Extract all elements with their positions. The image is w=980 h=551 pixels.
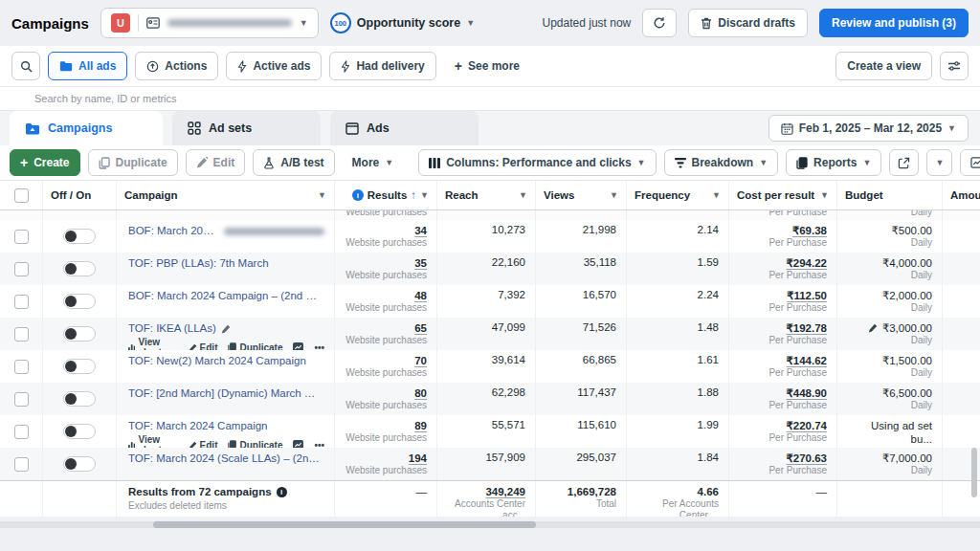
view-settings-button[interactable]	[940, 52, 969, 80]
campaign-name-link[interactable]: TOF: March 2024 (Scale LLAs) – (2nd Marc…	[128, 452, 320, 466]
tab-campaigns[interactable]: Campaigns	[10, 111, 163, 145]
edit-action[interactable]: Edit	[189, 342, 218, 351]
results-value[interactable]: 48	[345, 289, 427, 302]
horizontal-scrollbar-thumb[interactable]	[153, 521, 536, 528]
export-button[interactable]	[889, 149, 919, 176]
review-and-publish-button[interactable]: Review and publish (3)	[819, 9, 969, 37]
view-charts-action[interactable]: View charts	[128, 337, 178, 350]
column-header-results[interactable]: i Results ↑ ▼	[335, 181, 437, 209]
more-actions[interactable]: •••	[314, 440, 324, 449]
column-header-campaign[interactable]: Campaign ▼	[117, 181, 335, 209]
results-value[interactable]: 194	[345, 452, 427, 465]
row-checkbox[interactable]	[14, 262, 29, 276]
row-checkbox[interactable]	[14, 295, 29, 309]
column-header-amount[interactable]: Amount	[943, 181, 980, 209]
footer-reach-value[interactable]: 349,249	[447, 485, 525, 498]
campaign-name-link[interactable]: TOF: New(2) March 2024 Campaign	[128, 354, 306, 368]
column-header-frequency[interactable]: Frequency ▼	[627, 181, 729, 209]
discard-drafts-button[interactable]: Discard drafts	[688, 9, 808, 37]
campaign-name-link[interactable]: TOF: March 2024 Campaign	[128, 419, 268, 433]
edit-button[interactable]: Edit	[186, 149, 246, 176]
more-button[interactable]: More ▼	[343, 149, 404, 176]
filter-active-ads[interactable]: Active ads	[226, 52, 322, 80]
results-value[interactable]: 34	[345, 224, 427, 237]
cost-value[interactable]: ₹270.63	[739, 452, 827, 465]
edit-name-pencil-icon[interactable]	[221, 324, 231, 334]
chevron-down-icon[interactable]: ▼	[420, 190, 429, 200]
column-header-views[interactable]: Views ▼	[536, 181, 627, 209]
results-value[interactable]: 70	[345, 354, 427, 367]
chart-badge-icon[interactable]	[293, 342, 303, 350]
column-header-cost-per-result[interactable]: Cost per result ▼	[729, 181, 837, 209]
cost-value[interactable]: ₹220.74	[739, 419, 827, 432]
campaign-name-link[interactable]: BOF: March 2024 Campaign	[128, 224, 219, 238]
campaign-name-link[interactable]: TOF: IKEA (LLAs)	[128, 321, 216, 336]
campaign-name-link[interactable]: BOF: March 2024 Campaign – (2nd March)	[128, 289, 320, 303]
off-on-toggle[interactable]	[63, 456, 96, 472]
cost-value[interactable]: ₹448.90	[739, 386, 827, 400]
chevron-down-icon[interactable]: ▼	[610, 190, 618, 200]
more-actions[interactable]: •••	[314, 342, 324, 351]
off-on-toggle[interactable]	[63, 359, 96, 374]
filter-actions[interactable]: Actions	[135, 52, 218, 80]
ad-account-selector[interactable]: U ▼	[100, 8, 319, 38]
duplicate-action[interactable]: Duplicate	[228, 342, 282, 351]
search-input[interactable]	[0, 87, 980, 110]
breakdown-button[interactable]: Breakdown ▼	[664, 149, 779, 176]
tab-ads[interactable]: Ads	[330, 111, 479, 145]
ab-test-button[interactable]: A/B test	[253, 149, 334, 176]
cost-value[interactable]: ₹192.78	[739, 321, 827, 335]
results-value[interactable]: 80	[345, 386, 427, 400]
charts-button[interactable]: Charts	[960, 149, 980, 176]
row-checkbox[interactable]	[14, 327, 29, 342]
off-on-toggle[interactable]	[63, 294, 96, 309]
column-header-budget[interactable]: Budget	[837, 181, 943, 209]
edit-action[interactable]: Edit	[189, 440, 218, 449]
duplicate-action[interactable]: Duplicate	[228, 440, 282, 449]
chevron-down-icon[interactable]: ▼	[712, 190, 721, 200]
export-options-button[interactable]: ▼	[926, 149, 952, 176]
row-checkbox[interactable]	[14, 425, 29, 439]
reports-button[interactable]: Reports ▼	[786, 149, 881, 176]
off-on-toggle[interactable]	[63, 229, 96, 244]
info-icon[interactable]: i	[277, 487, 287, 497]
create-button[interactable]: + Create	[10, 149, 80, 176]
column-header-reach[interactable]: Reach ▼	[437, 181, 536, 209]
row-checkbox[interactable]	[14, 457, 29, 472]
select-all-checkbox[interactable]	[14, 188, 29, 203]
off-on-toggle[interactable]	[63, 261, 96, 276]
row-checkbox[interactable]	[14, 230, 29, 244]
select-all-checkbox-cell[interactable]	[0, 181, 43, 209]
cost-value[interactable]: ₹144.62	[739, 354, 827, 367]
results-value[interactable]: 89	[345, 419, 427, 432]
off-on-toggle[interactable]	[63, 391, 96, 407]
chart-badge-icon[interactable]	[293, 440, 303, 448]
row-checkbox[interactable]	[14, 392, 29, 407]
results-value[interactable]: 35	[345, 256, 427, 270]
cost-value[interactable]: ₹112.50	[739, 289, 827, 302]
duplicate-button[interactable]: Duplicate	[88, 149, 178, 176]
filter-had-delivery[interactable]: Had delivery	[329, 52, 435, 80]
vertical-scrollbar-thumb[interactable]	[971, 448, 977, 497]
see-more-filters[interactable]: + See more	[444, 52, 530, 80]
cost-value[interactable]: ₹294.22	[739, 256, 827, 270]
search-button[interactable]	[11, 52, 40, 80]
off-on-toggle[interactable]	[63, 326, 96, 342]
campaign-name-link[interactable]: TOF: [2nd March] (Dynamic) March 2024 Ca…	[128, 386, 320, 401]
results-value[interactable]: 65	[345, 321, 427, 335]
cost-value[interactable]: ₹69.38	[739, 224, 827, 237]
columns-button[interactable]: Columns: Performance and clicks ▼	[418, 149, 656, 176]
create-a-view-button[interactable]: Create a view	[835, 52, 932, 80]
filter-all-ads[interactable]: All ads	[48, 52, 127, 80]
refresh-button[interactable]	[642, 9, 677, 37]
row-checkbox[interactable]	[14, 360, 29, 374]
chevron-down-icon[interactable]: ▼	[519, 190, 527, 200]
off-on-toggle[interactable]	[63, 424, 96, 439]
view-charts-action[interactable]: View charts	[128, 434, 178, 448]
tab-ad-sets[interactable]: Ad sets	[172, 111, 321, 145]
chevron-down-icon[interactable]: ▼	[318, 190, 326, 200]
campaign-name-link[interactable]: TOF: PBP (LLAs): 7th March	[128, 256, 269, 271]
edit-budget-pencil-icon[interactable]	[868, 323, 878, 333]
date-range-picker[interactable]: Feb 1, 2025 – Mar 12, 2025 ▼	[768, 115, 969, 142]
opportunity-score[interactable]: 100 Opportunity score ▼	[330, 12, 475, 33]
